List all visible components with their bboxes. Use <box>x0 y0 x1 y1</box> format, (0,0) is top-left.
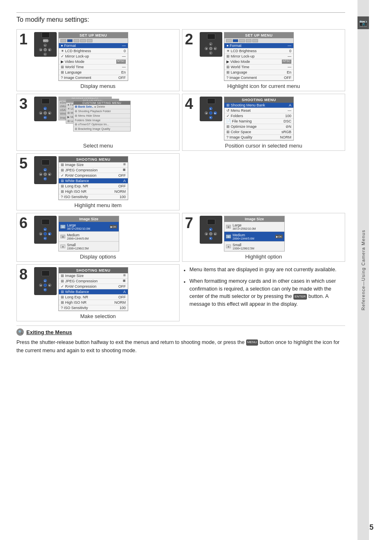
imgsize-medium-6: ⊞ Medium 2896×1944/5.6M <box>59 232 119 242</box>
menu-row-mirror-1: ✓ Mirror Lock-up— <box>59 54 128 59</box>
menu-row-imgcomment-2: ? Image CommentOFF <box>224 75 293 81</box>
menu-row-folders-4: ✓ Folders100 <box>224 113 293 119</box>
imgsize-icon-large-7: ⊞ <box>226 225 231 228</box>
nav-left-7[interactable]: ◀ <box>205 232 208 235</box>
step-1-inner: MENU ▲ ◀ ▶ ▼ SET UP <box>34 32 177 81</box>
step-3-box: 3 ▲ ◀ ▶ ▼ <box>16 94 180 151</box>
camera-lens-1 <box>42 32 50 38</box>
nav-pad-1: ▲ ◀ ▶ ▼ <box>39 44 52 57</box>
nav-center-2[interactable] <box>209 47 212 50</box>
nav-left-6[interactable]: ◀ <box>39 232 42 235</box>
note-2: • When formatting memory cards and in ot… <box>184 277 345 308</box>
nav-down-1[interactable]: ▼ <box>44 53 47 56</box>
imgsize-icon-large-6: ⊞ <box>60 225 65 228</box>
menu-row-world-2: ⊞ World Time— <box>224 65 293 70</box>
exiting-text: Press the shutter-release button halfway… <box>16 338 345 355</box>
menu-row-wb-5: ⊞ White BalanceA <box>59 178 128 184</box>
menu-row-opt-4: ⊞ Optimize Image⊘N <box>224 124 293 129</box>
nav-left-3[interactable]: ◀ <box>39 111 42 115</box>
step-2-box: 2 ▲ ◀ ▶ ▼ <box>182 29 345 91</box>
imgsize-icon-small-6: ⊞ <box>60 245 65 248</box>
nav-down-3[interactable]: ▼ <box>44 116 47 119</box>
nav-left-5[interactable]: ◀ <box>39 173 42 176</box>
nav-center-3[interactable] <box>44 111 47 115</box>
nav-center-1[interactable] <box>44 48 47 51</box>
nav-down-4[interactable]: ▼ <box>209 116 212 119</box>
nav-right-6[interactable]: ▶ <box>48 232 51 235</box>
nav-up-4[interactable]: ▲ <box>209 107 212 110</box>
nav-left-4[interactable]: ◀ <box>205 111 208 115</box>
nav-left-8[interactable]: ◀ <box>39 284 42 287</box>
menu-row-jpeg-5: ⊞ JPEG Compression▦ <box>59 168 128 173</box>
nav-right-3[interactable]: ▶ <box>48 111 51 115</box>
note-1-bullet: • <box>184 267 188 275</box>
step-2-menu: SET UP MENU ● Format— <box>224 32 294 81</box>
camera-body-7: ▲ ◀ ▶ ▼ <box>200 216 222 244</box>
step-1-camera: MENU ▲ ◀ ▶ ▼ <box>34 32 57 57</box>
nav-up-7[interactable]: ▲ <box>209 228 212 231</box>
nav-up-2[interactable]: ▲ <box>209 42 212 46</box>
nav-right-5[interactable]: ▶ <box>48 173 51 176</box>
step-1-menu-header: SET UP MENU <box>59 32 128 38</box>
nav-left-1[interactable]: ◀ <box>39 48 42 51</box>
nav-center-6[interactable] <box>44 232 47 235</box>
exiting-title: 🔍 Exiting the Menus <box>16 328 345 336</box>
step-1-label: Display menus <box>17 83 179 89</box>
nav-up-3[interactable]: ▲ <box>44 107 47 110</box>
menu-row-reset-4: ↺ Menu Reset— <box>224 108 293 113</box>
step-8-label: Make selection <box>17 313 179 319</box>
menu-row-jpeg-8: ⊞ JPEG Compression▦ <box>59 279 128 284</box>
menu-row-lcd-2: ☀ LCD Brightness0 <box>224 48 293 54</box>
nav-center-4[interactable] <box>209 111 212 115</box>
nav-down-5[interactable]: ▼ <box>44 177 47 180</box>
step-3-content: ▲ ◀ ▶ ▼ RECENT SETTINGS <box>34 97 177 136</box>
nav-up-8[interactable]: ▲ <box>44 279 47 282</box>
ind2-2 <box>233 39 238 42</box>
step-2-indicators <box>224 38 293 43</box>
menu-row-longexp-5: ⊞ Long Exp. NROFF <box>59 184 128 189</box>
nav-right-2[interactable]: ▶ <box>214 47 217 50</box>
nav-up-5[interactable]: ▲ <box>44 168 47 171</box>
imgsize-small-7: ⊞ Small 1936×1296/2.5M <box>224 242 284 251</box>
step-6-imgsize-header: Image Size <box>59 216 119 222</box>
step-4-content: ▲ ◀ ▶ ▼ SHOOTING MENU ⊞ <box>200 97 342 141</box>
camera-lens-6 <box>42 219 50 225</box>
nav-down-8[interactable]: ▼ <box>44 288 47 291</box>
nav-down-2[interactable]: ▼ <box>209 51 212 55</box>
nav-down-7[interactable]: ▼ <box>209 237 212 240</box>
step-2-inner: ▲ ◀ ▶ ▼ SET UP MENU <box>200 32 342 81</box>
step-8-number: 8 <box>19 267 32 282</box>
nav-right-8[interactable]: ▶ <box>48 284 51 287</box>
nav-right-1[interactable]: ▶ <box>48 48 51 51</box>
step-2-menu-header: SET UP MENU <box>224 32 293 38</box>
camera-body-2: ▲ ◀ ▶ ▼ <box>200 32 222 57</box>
step-4-menu: SHOOTING MENU ⊞ Shooting Menu BankA ↺ Me… <box>224 97 294 141</box>
nav-pad-6: ▲ ◀ ▶ ▼ <box>39 228 52 241</box>
step-5-label: Highlight menu item <box>17 202 179 208</box>
nav-center-7[interactable] <box>209 232 212 235</box>
step-4-camera: ▲ ◀ ▶ ▼ <box>200 97 222 121</box>
nav-right-4[interactable]: ▶ <box>214 111 217 115</box>
step-6-inner: ▲ ◀ ▶ ▼ Image Size ⊞ <box>34 216 177 252</box>
steps-row-2: 3 ▲ ◀ ▶ ▼ <box>16 94 345 151</box>
enter-btn-note: ENTER <box>293 294 307 300</box>
camera-lens-8 <box>42 270 50 276</box>
nav-center-8[interactable] <box>44 284 47 287</box>
menu-row-hiiso-8: ⊞ High ISO NRNORM <box>59 300 128 305</box>
menu-row-lcd-1: ☀ LCD Brightness0 <box>59 48 128 54</box>
steps-row-45: 5 ▲ ◀ ▶ ▼ <box>16 153 345 210</box>
imgsize-large-7: ⊞ Large 3872×2592/10.0M <box>224 222 284 232</box>
nav-right-7[interactable]: ▶ <box>214 232 217 235</box>
nav-down-6[interactable]: ▼ <box>44 237 47 240</box>
nav-up-6[interactable]: ▲ <box>44 228 47 231</box>
camera-lens-4 <box>207 98 215 104</box>
nav-center-5[interactable] <box>44 173 47 176</box>
step-7-imgsize-header: Image Size <box>224 216 284 222</box>
step-8-box: 8 ▲ ◀ ▶ ▼ <box>16 264 180 321</box>
nav-up-1[interactable]: ▲ <box>44 44 47 47</box>
nav-left-2[interactable]: ◀ <box>205 47 208 50</box>
imgsize-icon-medium-7: ⊞ <box>226 235 231 238</box>
camera-body-8: ▲ ◀ ▶ ▼ <box>34 267 57 295</box>
step-5-number: 5 <box>19 156 32 171</box>
top-divider <box>16 12 345 13</box>
